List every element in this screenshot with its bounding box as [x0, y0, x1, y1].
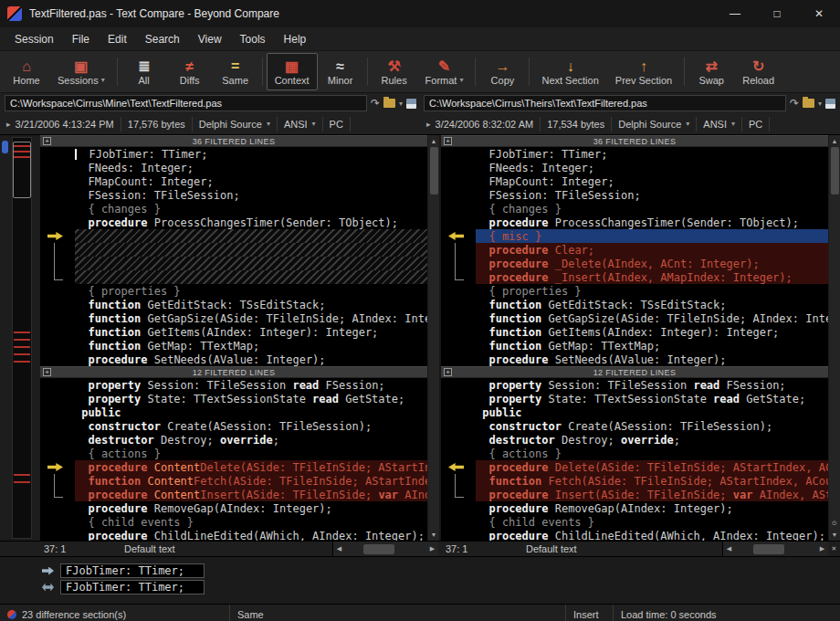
right-browse-folder-icon[interactable] [803, 99, 814, 108]
diff-tick[interactable] [14, 474, 30, 476]
code-line[interactable]: procedure ChildLineEdited(AWhich, AIndex… [441, 529, 828, 541]
left-browse-dropdown-icon[interactable]: ▾ [399, 100, 403, 108]
menu-session[interactable]: Session [5, 29, 63, 49]
code-line[interactable]: function ContentFetch(ASide: TFileInSide… [40, 474, 427, 488]
menu-tools[interactable]: Tools [231, 29, 275, 49]
scrollbar-thumb[interactable] [831, 147, 839, 195]
menu-search[interactable]: Search [136, 29, 189, 49]
code-line[interactable]: procedure SetNeeds(AValue: Integer); [441, 353, 828, 366]
left-format-dropdown[interactable]: Delphi Source ▾ [193, 117, 278, 132]
scrollbar-track[interactable] [345, 543, 426, 555]
code-line[interactable]: FJobTimer: TTimer; [441, 147, 828, 161]
left-vertical-scrollbar[interactable]: ▲ ▼ [427, 135, 439, 541]
code-line[interactable]: public [40, 405, 427, 419]
map-strip[interactable] [12, 137, 32, 539]
code-line[interactable]: function GetEditStack: TSsEditStack; [40, 298, 427, 311]
diff-tick[interactable] [14, 361, 30, 363]
right-horizontal-scrollbar[interactable]: ◀ ▶ [722, 542, 828, 556]
right-session-arrow-icon[interactable]: ↷ [790, 98, 799, 109]
scroll-right-icon[interactable]: ▶ [426, 545, 438, 553]
code-line[interactable]: function GetItems(AIndex: Integer): Inte… [441, 325, 828, 339]
copy-button[interactable]: →Copy [479, 53, 525, 90]
code-line[interactable]: procedure ContentDelete(ASide: TFileInSi… [40, 460, 427, 474]
scroll-right-icon[interactable]: ▶ [816, 545, 828, 553]
section-arrow-icon[interactable] [47, 463, 63, 471]
diff-tick[interactable] [14, 145, 30, 147]
title-bar[interactable]: TextFiltered.pas - Text Compare - Beyond… [0, 0, 840, 27]
next-section-button[interactable]: ↓Next Section [533, 53, 606, 90]
code-line[interactable]: property State: TTextSessionState read G… [40, 392, 427, 405]
gap-line[interactable] [40, 270, 427, 284]
code-line[interactable]: destructor Destroy; override; [441, 433, 828, 447]
aligned-line-text[interactable]: FJobTimer: TTimer; [60, 563, 205, 578]
sessions-button[interactable]: ▣Sessions▾ [49, 53, 113, 90]
all-button[interactable]: ≣All [121, 53, 167, 90]
scroll-down-icon[interactable]: ▼ [829, 529, 840, 541]
scroll-up-icon[interactable]: ▲ [829, 135, 840, 147]
code-line[interactable]: function Fetch(ASide: TFileInSide; AStar… [441, 474, 828, 488]
left-session-arrow-icon[interactable]: ↷ [371, 98, 380, 109]
scrollbar-track[interactable] [735, 543, 816, 555]
right-path-input[interactable]: C:\Workspace\Cirrus\Theirs\Text\TextFilt… [424, 95, 786, 111]
code-line[interactable]: FSession: TFileSession; [40, 188, 427, 202]
scrollbar-thumb[interactable] [363, 544, 394, 554]
code-line[interactable]: function GetItems(AIndex: Integer): Inte… [40, 325, 427, 339]
section-arrow-icon[interactable] [47, 232, 63, 240]
diff-tick[interactable] [14, 332, 30, 333]
minor-button[interactable]: ≈Minor [318, 53, 363, 90]
chevron-icon[interactable]: ▸ [426, 120, 431, 129]
right-encoding-dropdown[interactable]: ANSI ▾ [697, 117, 742, 132]
code-line[interactable]: FMapCount: Integer; [40, 174, 427, 188]
format-button[interactable]: ✎Format▾ [417, 53, 472, 90]
code-line[interactable]: FSession: TFileSession; [441, 188, 828, 202]
diff-tick[interactable] [14, 346, 30, 348]
home-button[interactable]: ⌂Home [4, 53, 49, 90]
scrollbar-thumb[interactable] [430, 147, 438, 195]
left-lineending-dropdown[interactable]: PC [323, 117, 351, 132]
diff-tick[interactable] [14, 481, 30, 483]
chevron-down-icon[interactable]: ▾ [459, 76, 463, 84]
code-line[interactable]: property Session: TFileSession read FSes… [40, 378, 427, 392]
menu-file[interactable]: File [63, 29, 99, 49]
prev-section-button[interactable]: ↑Prev Section [607, 53, 680, 90]
code-line[interactable]: procedure _Delete(AIndex, ACnt: Integer)… [441, 257, 828, 270]
gap-line[interactable] [40, 229, 427, 243]
diff-tick[interactable] [14, 339, 30, 341]
code-line[interactable]: FNeeds: Integer; [40, 161, 427, 174]
chevron-down-icon[interactable]: ▾ [101, 76, 105, 84]
chevron-icon[interactable]: ▸ [6, 120, 11, 129]
minimize-button[interactable]: — [714, 0, 756, 27]
code-line[interactable]: FJobTimer: TTimer; [40, 147, 427, 161]
context-button[interactable]: ▦Context [267, 53, 318, 90]
right-save-icon[interactable] [825, 99, 835, 109]
left-path-input[interactable]: C:\Workspace\Cirrus\Mine\Text\TextFilter… [5, 95, 367, 111]
diff-tick[interactable] [14, 156, 30, 158]
code-line[interactable]: { misc } [441, 229, 828, 243]
reload-button[interactable]: ↻Reload [734, 53, 782, 90]
code-line[interactable]: function GetMap: TTextMap; [40, 339, 427, 353]
code-line[interactable]: procedure ProcessChangesTimer(Sender: TO… [441, 216, 828, 229]
swap-button[interactable]: ⇄Swap [688, 53, 734, 90]
same-button[interactable]: =Same [213, 53, 258, 90]
scroll-down-icon[interactable]: ▼ [428, 529, 440, 541]
code-line[interactable]: procedure Delete(ASide: TFileInSide; ASt… [441, 460, 828, 474]
code-line[interactable]: function GetGapSize(ASide: TFileInSide; … [441, 311, 828, 325]
left-horizontal-scrollbar[interactable]: ◀ ▶ [332, 542, 438, 556]
menu-edit[interactable]: Edit [99, 29, 136, 49]
right-browse-dropdown-icon[interactable]: ▾ [818, 100, 822, 108]
close-button[interactable]: ✕ [798, 0, 840, 27]
code-line[interactable]: { properties } [40, 284, 427, 298]
aligned-line-text[interactable]: FJobTimer: TTimer; [60, 580, 205, 595]
code-line[interactable]: constructor Create(ASession: TFileSessio… [40, 419, 427, 433]
sync-scroll-icon[interactable]: ⊙ [829, 517, 840, 529]
gap-line[interactable] [40, 243, 427, 257]
code-line[interactable]: { properties } [441, 284, 828, 298]
right-format-dropdown[interactable]: Delphi Source ▾ [612, 117, 697, 132]
code-line[interactable]: FNeeds: Integer; [441, 161, 828, 174]
code-line[interactable]: procedure RemoveGap(AIndex: Integer); [40, 501, 427, 515]
code-line[interactable]: public [441, 405, 828, 419]
code-line[interactable]: procedure ChildLineEdited(AWhich, AIndex… [40, 529, 427, 541]
code-line[interactable]: function GetEditStack: TSsEditStack; [441, 298, 828, 311]
code-line[interactable]: procedure ContentInsert(ASide: TFileInSi… [40, 488, 427, 501]
menu-help[interactable]: Help [275, 29, 316, 49]
